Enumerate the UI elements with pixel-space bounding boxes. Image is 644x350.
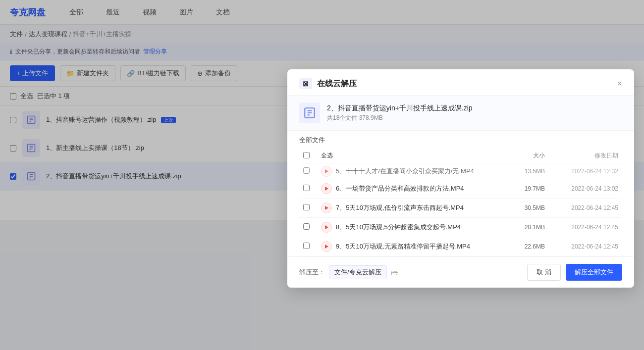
modal-footer: 解压至： 文件/夸克云解压 🗁 取 消 解压全部文件 [287,256,634,288]
modal-file-name-0: 5、十十十人才/在直播间小众引众买家力/无.MP4 [336,167,474,176]
svg-marker-17 [325,187,328,191]
modal-file-name-4: 9、5天10万场观,无素路精准停留平播起号.MP4 [336,242,470,251]
list-item[interactable]: 7、5天10万场观,低价引流声东击西起号.MP4 30.5MB 2022-06-… [299,199,622,218]
modal-file-date-3: 2022-06-24 12:45 [549,224,618,231]
modal-file-details: 2、抖音直播带货运yin+千川投手线上速成课.zip 共18个文件 378.9M… [327,104,473,122]
list-item[interactable]: 9、5天10万场观,无素路精准停留平播起号.MP4 22.6MB 2022-06… [299,237,622,256]
list-item[interactable]: 8、5天10万场观,5分钟超密集成交起号.MP4 20.1MB 2022-06-… [299,218,622,237]
cloud-extract-modal: ⊠ 在线云解压 × 2、抖音直播带货运yin+千川投手线上速成课.zip 共18… [287,69,634,288]
modal-file-check-4[interactable] [303,243,310,249]
extract-all-button[interactable]: 解压全部文件 [566,264,622,281]
modal-file-size-4: 22.6MB [505,243,545,250]
modal-table-header: 全选 大小 修改日期 [299,149,622,163]
svg-marker-16 [325,169,328,173]
play-icon-1[interactable] [321,183,332,194]
modal-file-size-0: 13.5MB [505,168,545,175]
folder-browse-icon[interactable]: 🗁 [391,268,398,277]
modal-file-check-0[interactable] [303,167,310,174]
play-icon-2[interactable] [321,202,332,213]
modal-file-date-4: 2022-06-24 12:45 [549,243,618,250]
modal-file-check-1[interactable] [303,185,310,191]
list-item[interactable]: 6、一场带货产品分类和高效排款的方法.MP4 19.7MB 2022-06-24… [299,179,622,199]
modal-file-info: 2、抖音直播带货运yin+千川投手线上速成课.zip 共18个文件 378.9M… [287,96,634,131]
svg-marker-20 [325,245,328,249]
cancel-button[interactable]: 取 消 [527,264,561,281]
modal-file-check-2[interactable] [303,204,310,210]
extract-to-label: 解压至： [299,268,325,277]
modal-file-size-3: 20.1MB [505,224,545,231]
modal-file-name-3: 8、5天10万场观,5分钟超密集成交起号.MP4 [336,223,461,232]
modal-file-list-section: 全部文件 全选 大小 修改日期 5、十十十人才/在直播间小众引众买家力/无.MP… [287,131,634,256]
modal-select-all-checkbox[interactable] [303,152,310,158]
play-icon-3[interactable] [321,222,332,233]
modal-file-meta: 共18个文件 378.9MB [327,114,473,122]
modal-file-date-2: 2022-06-24 12:45 [549,204,618,211]
svg-marker-19 [325,225,328,229]
play-icon-4[interactable] [321,241,332,252]
modal-file-date-0: 2022-06-24 12:32 [549,168,618,175]
header-size: 大小 [505,151,545,160]
list-item[interactable]: 5、十十十人才/在直播间小众引众买家力/无.MP4 13.5MB 2022-06… [299,163,622,179]
modal-section-label: 全部文件 [299,136,622,145]
header-date: 修改日期 [549,151,618,160]
modal-header: ⊠ 在线云解压 × [287,69,634,96]
modal-file-name-1: 6、一场带货产品分类和高效排款的方法.MP4 [336,184,464,193]
extract-icon: ⊠ [299,78,312,89]
modal-file-check-3[interactable] [303,223,310,230]
extract-path-area: 解压至： 文件/夸克云解压 🗁 [299,265,398,279]
modal-file-size-1: 19.7MB [505,185,545,192]
modal-file-date-1: 2022-06-24 13:02 [549,185,618,192]
header-check [303,152,317,160]
modal-title: ⊠ 在线云解压 [299,78,357,89]
modal-table-body: 5、十十十人才/在直播间小众引众买家力/无.MP4 13.5MB 2022-06… [299,163,622,256]
play-icon-0[interactable] [321,166,332,177]
modal-close-button[interactable]: × [617,79,622,89]
modal-file-name-2: 7、5天10万场观,低价引流声东击西起号.MP4 [336,203,464,212]
modal-footer-actions: 取 消 解压全部文件 [527,264,622,281]
header-name: 全选 [321,151,501,160]
modal-file-size-2: 30.5MB [505,204,545,211]
modal-file-name: 2、抖音直播带货运yin+千川投手线上速成课.zip [327,104,473,113]
svg-marker-18 [325,206,328,210]
modal-file-icon [299,102,320,123]
extract-path-value[interactable]: 文件/夸克云解压 [329,265,387,279]
